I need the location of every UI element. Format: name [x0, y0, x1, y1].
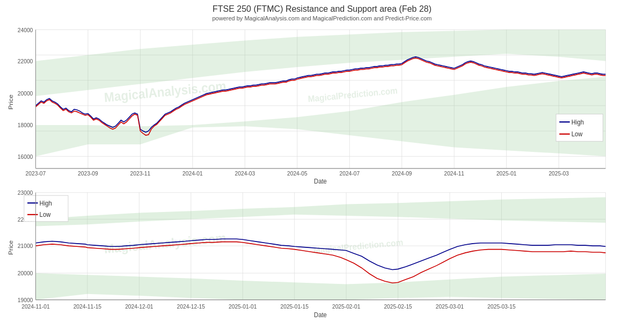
x-axis-label-top: Date — [314, 177, 327, 185]
y-tick-22000: 22000 — [18, 58, 33, 65]
x-axis-label-bottom: Date — [314, 311, 327, 318]
y-tick-21000: 21000 — [18, 243, 33, 249]
x-tick-2024-11-01: 2024-11-01 — [21, 303, 50, 309]
y-tick-18000: 18000 — [18, 122, 33, 129]
legend-low-label-top: Low — [572, 130, 583, 138]
y-tick-23000: 23000 — [18, 189, 33, 195]
x-tick-2024-11: 2024-11 — [444, 170, 464, 177]
bottom-chart-svg: MagicalAnalysis.com MagicalPrediction.co… — [5, 187, 639, 320]
svg-marker-38 — [35, 197, 605, 226]
x-tick-2024-11-15: 2024-11-15 — [74, 303, 102, 309]
watermark-bottom-2: MagicalPrediction.com — [313, 237, 403, 255]
x-tick-2023-11: 2023-11 — [130, 170, 151, 177]
y-tick-16000: 16000 — [18, 153, 33, 160]
y-axis-label-top: Price — [8, 94, 14, 110]
x-tick-2024-12-01: 2024-12-01 — [125, 303, 153, 309]
legend-high-label-bottom: High — [40, 200, 52, 206]
y-tick-24000: 24000 — [18, 26, 33, 33]
x-tick-2025-03-01: 2025-03-01 — [436, 303, 464, 309]
legend-low-label-bottom: Low — [40, 211, 51, 218]
charts-wrapper: MagicalAnalysis.com MagicalPrediction.co… — [0, 24, 644, 322]
x-tick-2023-07: 2023-07 — [26, 170, 46, 177]
top-chart: MagicalAnalysis.com MagicalPrediction.co… — [5, 24, 639, 187]
x-tick-2025-01-01: 2025-01-01 — [229, 303, 257, 309]
top-chart-svg: MagicalAnalysis.com MagicalPrediction.co… — [5, 24, 639, 187]
page-container: FTSE 250 (FTMC) Resistance and Support a… — [0, 0, 644, 322]
x-tick-2025-03-15: 2025-03-15 — [487, 303, 516, 309]
watermark-bottom-1: MagicalAnalysis.com — [104, 230, 226, 255]
legend-high-label-top: High — [572, 118, 584, 126]
x-tick-2025-02-01: 2025-02-01 — [332, 303, 361, 309]
x-tick-2025-03: 2025-03 — [548, 170, 569, 177]
x-tick-2024-01: 2024-01 — [182, 170, 203, 177]
y-tick-20000: 20000 — [18, 270, 33, 276]
main-title: FTSE 250 (FTMC) Resistance and Support a… — [0, 0, 644, 15]
x-tick-2024-09: 2024-09 — [392, 170, 412, 177]
x-tick-2024-05: 2024-05 — [287, 170, 308, 177]
bottom-chart: MagicalAnalysis.com MagicalPrediction.co… — [5, 187, 639, 320]
y-axis-label-bottom: Price — [8, 240, 14, 254]
x-tick-2025-01: 2025-01 — [496, 170, 517, 177]
y-tick-20000: 20000 — [18, 90, 33, 97]
x-tick-2025-01-15: 2025-01-15 — [280, 303, 309, 309]
x-tick-2024-12-15: 2024-12-15 — [177, 303, 206, 309]
x-tick-2025-02-15: 2025-02-15 — [384, 303, 412, 309]
y-tick-19000: 19000 — [18, 296, 33, 303]
x-tick-2023-09: 2023-09 — [78, 170, 98, 177]
watermark-top-2: MagicalPrediction.com — [308, 85, 398, 104]
subtitle: powered by MagicalAnalysis.com and Magic… — [0, 15, 644, 24]
x-tick-2024-07: 2024-07 — [339, 170, 360, 177]
x-tick-2024-03: 2024-03 — [235, 170, 255, 177]
svg-marker-39 — [35, 273, 605, 300]
